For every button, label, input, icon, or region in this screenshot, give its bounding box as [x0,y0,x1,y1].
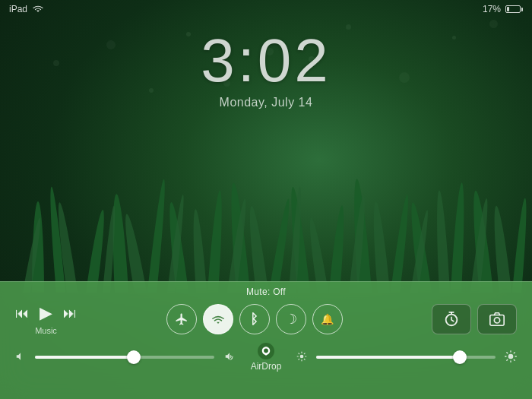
media-label: Music [35,326,57,335]
volume-min-icon [15,351,26,364]
controls-row: ⏮ ▶ ⏭ Music ᛒ ☽ 🔔 [0,297,532,335]
wifi-toggle[interactable] [203,304,233,334]
clock-date: Monday, July 14 [220,96,313,109]
media-section: ⏮ ▶ ⏭ Music [15,303,77,335]
app-section [432,304,517,334]
volume-max-icon [223,351,236,364]
airdrop-icon [258,343,274,359]
do-not-disturb-toggle[interactable]: ☽ [276,304,306,334]
play-button[interactable]: ▶ [40,303,52,323]
status-right: 17% [483,4,523,14]
brightness-min-icon [296,351,307,364]
sliders-row: AirDrop [0,335,532,372]
battery-icon [505,5,523,13]
status-left: iPad [9,4,44,14]
svg-rect-34 [490,315,504,326]
airdrop-label: AirDrop [251,361,282,372]
fast-forward-button[interactable]: ⏭ [63,306,77,321]
volume-section [15,351,236,364]
brightness-section [296,350,517,365]
volume-slider[interactable] [35,356,214,359]
control-center: Mute: Off ⏮ ▶ ⏭ Music [0,281,532,399]
svg-point-37 [508,353,514,359]
toggle-section: ᛒ ☽ 🔔 [166,304,343,334]
mute-status-label: Mute: Off [0,282,532,297]
device-label: iPad [9,4,27,14]
battery-percent-label: 17% [483,4,501,14]
svg-point-2 [74,209,108,293]
svg-point-36 [300,354,304,358]
status-bar: iPad 17% [0,0,532,18]
bluetooth-toggle[interactable]: ᛒ [239,304,270,334]
clock-area: 3:02 Monday, July 14 [0,30,532,109]
media-buttons: ⏮ ▶ ⏭ [15,303,77,323]
clock-time: 3:02 [201,30,331,91]
brightness-slider[interactable] [316,356,496,359]
brightness-max-icon [505,350,517,365]
airplane-mode-toggle[interactable] [166,304,197,334]
svg-point-35 [494,318,499,323]
airdrop-section[interactable]: AirDrop [236,343,297,372]
timer-button[interactable] [432,304,471,334]
camera-button[interactable] [477,304,517,334]
wifi-status-icon [32,5,44,14]
rotation-lock-toggle[interactable]: 🔔 [312,304,343,334]
rewind-button[interactable]: ⏮ [15,306,29,321]
